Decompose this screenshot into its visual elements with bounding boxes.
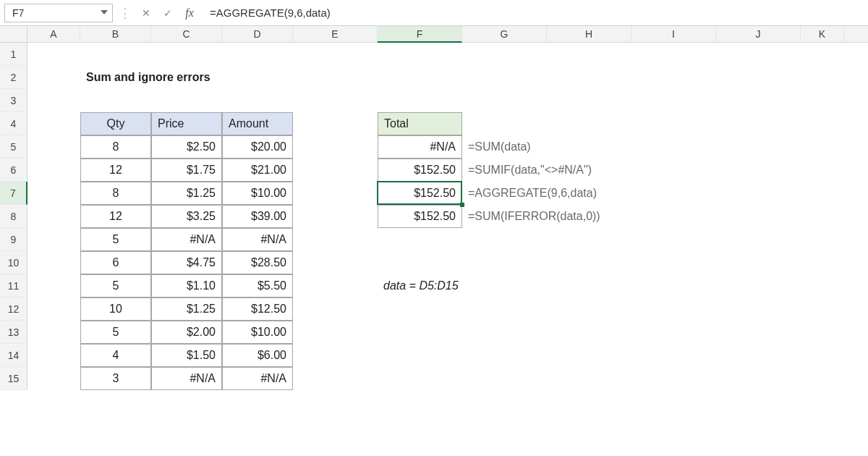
table-cell-price-12[interactable]: $1.25 [151, 297, 222, 321]
chevron-down-icon [101, 10, 108, 14]
row-header-4[interactable]: 4 [0, 112, 27, 135]
row-header-8[interactable]: 8 [0, 205, 27, 228]
total-value-6[interactable]: $152.50 [378, 159, 462, 182]
total-value-7[interactable]: $152.50 [378, 182, 462, 205]
sheet-area[interactable]: Sum and ignore errorsQtyPriceAmount8$2.5… [27, 43, 868, 390]
row-header-2[interactable]: 2 [0, 66, 27, 89]
table-header-price[interactable]: Price [151, 112, 222, 135]
table-cell-price-10[interactable]: $4.75 [151, 251, 222, 274]
row-header-10[interactable]: 10 [0, 251, 27, 274]
table-cell-price-11[interactable]: $1.10 [151, 274, 222, 297]
formula-bar[interactable]: =AGGREGATE(9,6,data) [203, 4, 864, 22]
table-cell-amount-12[interactable]: $12.50 [222, 297, 293, 321]
total-value-7-text: $152.50 [414, 187, 456, 200]
row-header-12[interactable]: 12 [0, 297, 27, 321]
table-cell-qty-5-text: 8 [113, 140, 119, 153]
name-box[interactable]: F7 [4, 4, 113, 22]
table-cell-qty-11-text: 5 [113, 279, 119, 292]
col-header-D[interactable]: D [222, 26, 293, 42]
row-header-1[interactable]: 1 [0, 43, 27, 66]
col-header-E[interactable]: E [293, 26, 378, 42]
table-cell-qty-12-text: 10 [109, 303, 122, 316]
col-header-K[interactable]: K [801, 26, 844, 42]
row-header-6[interactable]: 6 [0, 159, 27, 182]
total-value-8[interactable]: $152.50 [378, 205, 462, 228]
table-cell-amount-11[interactable]: $5.50 [222, 274, 293, 297]
row-header-5[interactable]: 5 [0, 135, 27, 159]
cancel-icon[interactable] [137, 4, 155, 22]
total-formula-6[interactable]: =SUMIF(data,"<>#N/A") [462, 159, 716, 182]
table-cell-qty-9-text: 5 [113, 233, 119, 246]
table-cell-amount-10[interactable]: $28.50 [222, 251, 293, 274]
table-cell-amount-14-text: $6.00 [258, 349, 286, 362]
page-title-text: Sum and ignore errors [86, 71, 210, 84]
table-cell-amount-14[interactable]: $6.00 [222, 344, 293, 367]
table-cell-price-8[interactable]: $3.25 [151, 205, 222, 228]
table-cell-price-9[interactable]: #N/A [151, 228, 222, 251]
column-headers: ABCDEFGHIJK [0, 26, 868, 43]
totals-header[interactable]: Total [378, 112, 462, 135]
table-cell-qty-8[interactable]: 12 [80, 205, 151, 228]
data-range-note[interactable]: data = D5:D15 [378, 274, 631, 297]
table-cell-price-13[interactable]: $2.00 [151, 321, 222, 344]
table-cell-price-7-text: $1.25 [187, 187, 216, 200]
table-cell-amount-9-text: #N/A [260, 233, 286, 246]
total-value-6-text: $152.50 [414, 164, 456, 177]
row-header-7[interactable]: 7 [0, 182, 27, 205]
row-header-3[interactable]: 3 [0, 89, 27, 112]
table-header-qty[interactable]: Qty [80, 112, 151, 135]
table-cell-qty-5[interactable]: 8 [80, 135, 151, 159]
table-cell-qty-8-text: 12 [109, 210, 122, 223]
col-header-J[interactable]: J [716, 26, 801, 42]
table-cell-price-12-text: $1.25 [187, 303, 216, 316]
col-header-F[interactable]: F [378, 26, 462, 43]
table-cell-price-15[interactable]: #N/A [151, 367, 222, 390]
total-formula-6-text: =SUMIF(data,"<>#N/A") [468, 164, 592, 177]
select-all-button[interactable] [0, 26, 27, 42]
table-cell-amount-8[interactable]: $39.00 [222, 205, 293, 228]
row-header-14[interactable]: 14 [0, 344, 27, 367]
total-value-8-text: $152.50 [414, 210, 456, 223]
table-cell-price-14[interactable]: $1.50 [151, 344, 222, 367]
table-cell-qty-11[interactable]: 5 [80, 274, 151, 297]
page-title[interactable]: Sum and ignore errors [80, 66, 378, 89]
table-cell-qty-15[interactable]: 3 [80, 367, 151, 390]
table-cell-qty-10[interactable]: 6 [80, 251, 151, 274]
table-cell-qty-6[interactable]: 12 [80, 159, 151, 182]
table-cell-amount-13[interactable]: $10.00 [222, 321, 293, 344]
col-header-G[interactable]: G [462, 26, 547, 42]
table-cell-qty-12[interactable]: 10 [80, 297, 151, 321]
col-header-I[interactable]: I [631, 26, 716, 42]
table-cell-price-7[interactable]: $1.25 [151, 182, 222, 205]
total-formula-7[interactable]: =AGGREGATE(9,6,data) [462, 182, 716, 205]
table-cell-amount-7[interactable]: $10.00 [222, 182, 293, 205]
table-cell-qty-7-text: 8 [113, 187, 119, 200]
table-cell-price-5[interactable]: $2.50 [151, 135, 222, 159]
col-header-H[interactable]: H [547, 26, 631, 42]
table-cell-qty-14[interactable]: 4 [80, 344, 151, 367]
total-value-5[interactable]: #N/A [378, 135, 462, 159]
table-cell-qty-13[interactable]: 5 [80, 321, 151, 344]
col-header-B[interactable]: B [80, 26, 151, 42]
table-cell-amount-5[interactable]: $20.00 [222, 135, 293, 159]
formula-bar-text: =AGGREGATE(9,6,data) [210, 7, 331, 19]
table-cell-price-8-text: $3.25 [187, 210, 216, 223]
total-formula-8[interactable]: =SUM(IFERROR(data,0)) [462, 205, 716, 228]
total-formula-5[interactable]: =SUM(data) [462, 135, 716, 159]
insert-function-icon[interactable]: fx [181, 4, 198, 22]
row-header-9[interactable]: 9 [0, 228, 27, 251]
table-cell-qty-9[interactable]: 5 [80, 228, 151, 251]
row-header-11[interactable]: 11 [0, 274, 27, 297]
row-header-15[interactable]: 15 [0, 367, 27, 390]
row-header-13[interactable]: 13 [0, 321, 27, 344]
table-cell-price-6[interactable]: $1.75 [151, 159, 222, 182]
worksheet-grid[interactable]: 123456789101112131415 Sum and ignore err… [0, 43, 868, 390]
col-header-C[interactable]: C [151, 26, 222, 42]
enter-icon[interactable] [159, 4, 176, 22]
table-cell-qty-7[interactable]: 8 [80, 182, 151, 205]
col-header-A[interactable]: A [27, 26, 80, 42]
table-cell-amount-15[interactable]: #N/A [222, 367, 293, 390]
table-header-amount[interactable]: Amount [222, 112, 293, 135]
table-cell-amount-6[interactable]: $21.00 [222, 159, 293, 182]
table-cell-amount-9[interactable]: #N/A [222, 228, 293, 251]
